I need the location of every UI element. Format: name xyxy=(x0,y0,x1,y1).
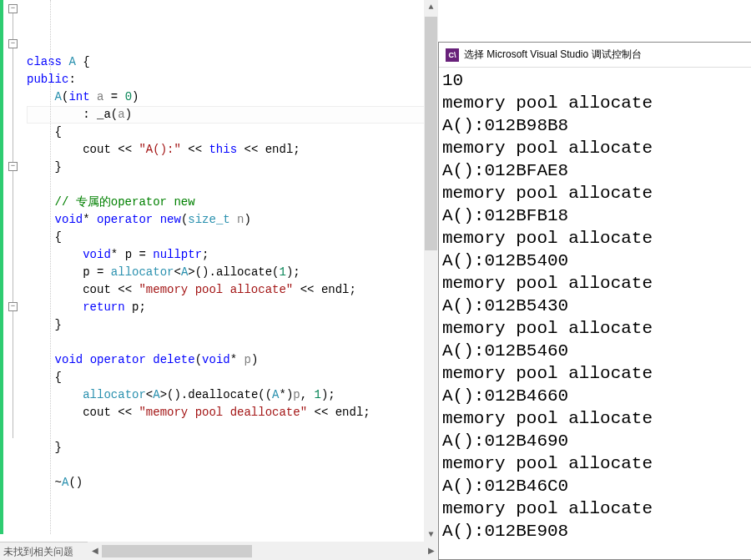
code-line[interactable]: ~A() xyxy=(27,474,438,492)
code-line[interactable]: } xyxy=(27,159,438,176)
code-token xyxy=(27,248,83,261)
code-line[interactable] xyxy=(27,457,438,474)
code-token: < xyxy=(174,265,180,279)
code-token: p xyxy=(293,388,300,401)
console-line: A():012B5400 xyxy=(442,250,748,272)
code-line[interactable]: void* operator new(size_t n) xyxy=(27,211,438,229)
code-token: allocate xyxy=(216,265,272,279)
fold-toggle[interactable] xyxy=(8,162,18,171)
console-line: memory pool allocate xyxy=(442,452,748,475)
code-token: cout xyxy=(83,406,111,419)
fold-toggle[interactable] xyxy=(8,39,18,48)
scroll-thumb-vertical[interactable] xyxy=(425,17,437,250)
code-line[interactable]: cout << "memory pool allocate" << endl; xyxy=(27,281,438,299)
fold-toggle[interactable] xyxy=(8,4,18,13)
code-line[interactable]: { xyxy=(27,124,438,141)
code-token: } xyxy=(27,441,62,454)
code-token: ; xyxy=(350,283,356,296)
code-token: ) xyxy=(251,353,258,366)
code-token: this xyxy=(209,143,237,156)
code-token: *) xyxy=(280,388,294,401)
code-line[interactable]: cout << "A():" << this << endl; xyxy=(27,141,438,159)
code-line[interactable]: allocator<A>().deallocate((A*)p, 1); xyxy=(27,386,438,404)
console-line: memory pool allocate xyxy=(442,227,748,250)
console-titlebar[interactable]: C\ 选择 Microsoft Visual Studio 调试控制台 xyxy=(439,43,751,68)
code-line[interactable]: void operator delete(void* p) xyxy=(27,351,438,369)
code-line[interactable]: // 专属的operator new xyxy=(27,194,438,211)
code-token: { xyxy=(76,55,90,68)
code-line[interactable]: } xyxy=(27,316,438,334)
console-line: 10 xyxy=(442,69,748,92)
editor-status-bar: 未找到相关问题 ◀ ▶ xyxy=(0,542,438,560)
code-token: ); xyxy=(321,388,335,401)
code-token: delete xyxy=(153,353,194,366)
code-token: nullptr xyxy=(153,248,202,261)
code-token: ; xyxy=(293,143,300,156)
scroll-thumb-horizontal[interactable] xyxy=(102,545,252,557)
code-token: n xyxy=(237,213,244,226)
code-token: * xyxy=(111,248,125,261)
console-line: A():012B5460 xyxy=(442,340,748,362)
code-token: A xyxy=(68,55,75,68)
code-token: endl xyxy=(335,406,364,419)
code-token: "A():" xyxy=(139,143,180,156)
scroll-right-arrow[interactable]: ▶ xyxy=(424,544,438,558)
console-line: A():012B98B8 xyxy=(442,114,748,137)
fold-toggle[interactable] xyxy=(8,302,18,311)
console-line: memory pool allocate xyxy=(442,92,748,114)
code-token xyxy=(153,213,159,226)
console-output[interactable]: 10memory pool allocateA():012B98B8memory… xyxy=(439,68,751,544)
code-token: { xyxy=(27,125,62,139)
code-line[interactable]: { xyxy=(27,229,438,246)
code-line[interactable]: return p; xyxy=(27,299,438,316)
console-line: A():012B4660 xyxy=(442,385,748,407)
code-token: ( xyxy=(111,108,118,121)
fold-guide-line xyxy=(13,8,13,438)
code-token: << xyxy=(237,143,265,156)
code-token xyxy=(27,283,83,296)
code-token: >(). xyxy=(188,265,216,279)
scroll-left-arrow[interactable]: ◀ xyxy=(88,544,102,558)
code-token: int xyxy=(68,90,89,103)
code-token: operator xyxy=(90,353,146,366)
code-line[interactable]: void* p = nullptr; xyxy=(27,246,438,264)
code-token: ) xyxy=(244,213,251,226)
code-token: { xyxy=(27,230,62,244)
status-text: 未找到相关问题 xyxy=(3,542,73,561)
code-line[interactable] xyxy=(27,421,438,439)
code-token: _a xyxy=(97,108,111,121)
code-line[interactable]: p = allocator<A>().allocate(1); xyxy=(27,264,438,281)
code-line[interactable]: A(int a = 0) xyxy=(27,88,438,106)
console-line: A():012BE908 xyxy=(442,520,748,542)
scroll-down-arrow[interactable]: ▼ xyxy=(424,527,438,542)
code-token: new xyxy=(160,213,181,226)
scroll-up-arrow[interactable]: ▲ xyxy=(424,0,438,14)
code-token: p xyxy=(83,265,89,279)
scroll-track-h[interactable] xyxy=(102,544,424,558)
code-token: cout xyxy=(83,283,111,296)
code-token: << xyxy=(307,406,335,419)
code-area[interactable]: class A {public: A(int a = 0) : _a(a) { … xyxy=(23,0,438,560)
code-line[interactable]: public: xyxy=(27,71,438,88)
code-line[interactable]: cout << "memory pool deallocate" << endl… xyxy=(27,404,438,421)
console-line: memory pool allocate xyxy=(442,407,748,430)
editor-vertical-scrollbar[interactable]: ▲ ▼ xyxy=(424,0,438,542)
code-token: (( xyxy=(258,388,272,401)
code-token: 1 xyxy=(280,265,286,279)
code-token: endl xyxy=(321,283,350,296)
console-line: memory pool allocate xyxy=(442,137,748,159)
code-token: << xyxy=(111,283,139,296)
console-line: A():012B4690 xyxy=(442,430,748,452)
code-line[interactable]: { xyxy=(27,369,438,386)
code-token: 1 xyxy=(315,388,321,401)
code-token: endl xyxy=(265,143,294,156)
code-line[interactable]: class A { xyxy=(27,53,438,71)
code-token: void xyxy=(55,353,83,366)
editor-horizontal-scrollbar[interactable]: ◀ ▶ xyxy=(88,542,438,560)
code-token: << xyxy=(111,143,139,156)
console-line: memory pool allocate xyxy=(442,497,748,520)
code-line[interactable]: : _a(a) xyxy=(27,106,438,124)
code-line[interactable]: } xyxy=(27,439,438,457)
code-line[interactable] xyxy=(27,334,438,351)
code-line[interactable] xyxy=(27,176,438,194)
